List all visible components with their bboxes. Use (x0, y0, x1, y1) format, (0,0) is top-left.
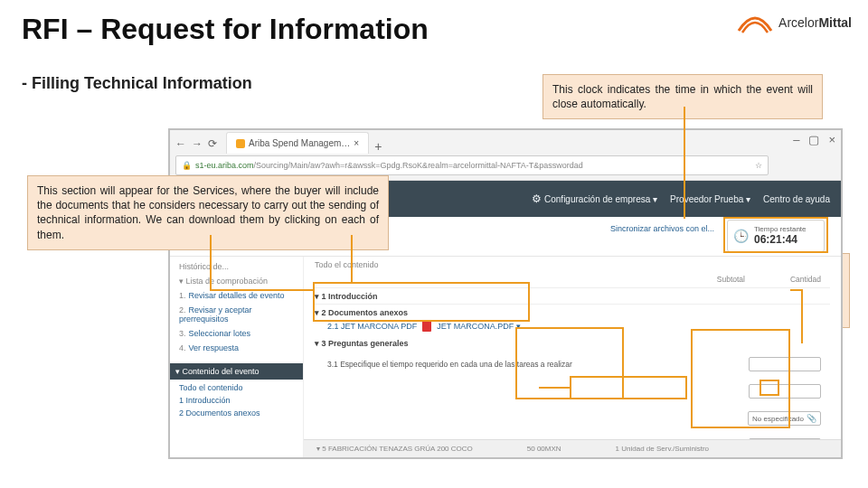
sync-link[interactable]: Sincronizar archivos con el... (610, 224, 714, 233)
sidebar-ev-item[interactable]: 2 Documentos anexos (179, 408, 294, 418)
col-subtotal: Subtotal (717, 275, 745, 284)
highlight-docs (313, 282, 530, 322)
highlight-answers (691, 329, 790, 428)
tab-close-icon[interactable]: × (354, 138, 359, 148)
refresh-icon[interactable]: ⟳ (208, 137, 217, 150)
brand-logo: ArcelorMittal (737, 11, 852, 34)
company-settings[interactable]: ⚙ Configuración de empresa ▾ (532, 192, 657, 205)
arc-icon (737, 11, 773, 34)
sidebar-history[interactable]: Histórico de... (179, 262, 294, 271)
window-max-icon[interactable]: ▢ (808, 133, 819, 146)
connector (210, 235, 212, 289)
url-host: s1-eu.ariba.com (195, 161, 254, 170)
tab-title: Ariba Spend Managem… (249, 138, 350, 148)
connector (801, 289, 803, 343)
favicon-icon (236, 139, 245, 148)
highlight-clip-icon (760, 380, 779, 396)
footer-item[interactable]: ▾ 5 FABRICACIÓN TENAZAS GRÚA 200 COCO (316, 445, 473, 453)
window-close-icon[interactable]: × (828, 133, 835, 146)
connector (351, 235, 353, 282)
page-title: RFI – Request for Information (22, 13, 429, 46)
connector (684, 107, 685, 219)
sidebar-ev-item[interactable]: Todo el contenido (179, 383, 294, 392)
forward-icon[interactable]: → (192, 137, 203, 150)
new-tab-icon[interactable]: + (374, 139, 382, 154)
footer-subtotal: 50 00MXN (527, 445, 561, 453)
sidebar-item[interactable]: 2.Revisar y aceptar prerrequisitos (179, 305, 294, 324)
pdf-icon (422, 321, 431, 332)
footer-qty: 1 Unidad de Serv./Suministro (616, 445, 709, 453)
address-bar[interactable]: 🔒 s1-eu.ariba.com /Sourcing/Main/aw?awh=… (175, 155, 769, 175)
highlight-clock (723, 217, 828, 253)
breadcrumb: Todo el contenido (315, 260, 830, 269)
url-path: /Sourcing/Main/aw?awh=r&awssk=Gpdg.RsoK&… (254, 161, 583, 170)
subtitle: - Filling Technical Information (22, 74, 252, 93)
browser-chrome: ← → ⟳ Ariba Spend Managem… × + 🔒 s1-eu.a… (170, 130, 841, 181)
note-documents: This section will appear for the Service… (27, 175, 389, 250)
doc-file-link[interactable]: JET MARCONA.PDF ▾ (437, 322, 520, 331)
bookmark-icon[interactable]: ☆ (755, 161, 762, 170)
sidebar-item[interactable]: 4.Ver respuesta (179, 343, 294, 352)
footer-row: ▾ 5 FABRICACIÓN TENAZAS GRÚA 200 COCO 50… (304, 439, 841, 457)
note-clock: This clock indicates the time in which t… (542, 74, 823, 119)
col-qty: Cantidad (790, 275, 821, 284)
sidebar-event-header[interactable]: ▾ Contenido del evento (170, 363, 303, 380)
browser-tab[interactable]: Ariba Spend Managem… × (226, 132, 369, 154)
sidebar-item[interactable]: 1.Revisar detalles de evento (179, 291, 294, 300)
connector (210, 289, 313, 291)
help-link[interactable]: Centro de ayuda (763, 194, 830, 204)
back-icon[interactable]: ← (175, 137, 186, 150)
sidebar: Histórico de... ▾ Lista de comprobación … (170, 257, 304, 457)
lock-icon: 🔒 (182, 161, 192, 170)
sidebar-ev-item[interactable]: 1 Introducción (179, 396, 294, 405)
sidebar-checklist-header[interactable]: ▾ Lista de comprobación (179, 277, 294, 286)
attach-icon[interactable]: 📎 (807, 414, 816, 423)
supplier-name[interactable]: Proveedor Prueba ▾ (670, 194, 750, 204)
brand-text: ArcelorMittal (778, 15, 852, 30)
sidebar-item[interactable]: 3.Seleccionar lotes (179, 329, 294, 338)
window-min-icon[interactable]: – (793, 133, 799, 146)
highlight-question (515, 327, 624, 399)
gear-icon: ⚙ (532, 192, 542, 205)
